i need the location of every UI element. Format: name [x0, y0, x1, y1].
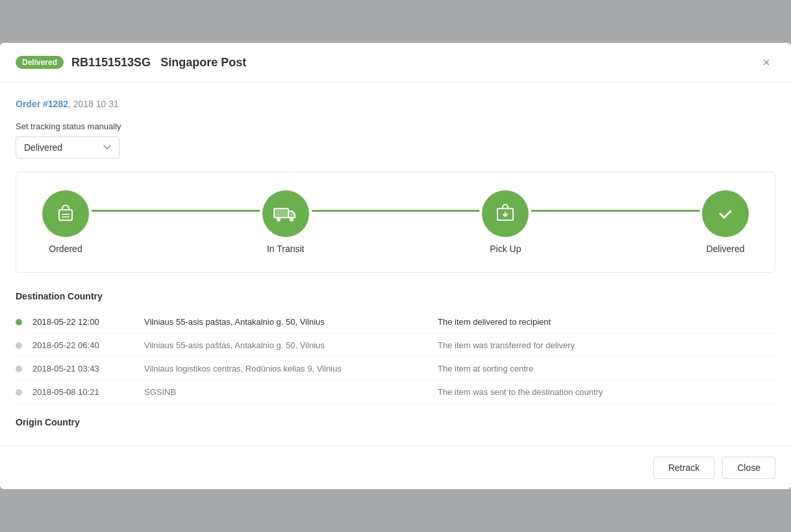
modal-overlay: Delivered RB1151513SG Singapore Post × O…: [0, 0, 791, 532]
modal-title: RB1151513SG Singapore Post: [71, 56, 246, 70]
event-dot-inactive: [16, 389, 22, 396]
event-description: The item was sent to the destination cou…: [438, 387, 775, 397]
step-ordered: Ordered: [42, 190, 89, 254]
step-intransit: In Transit: [262, 190, 309, 254]
modal-footer: Retrack Close: [0, 446, 791, 489]
step-pickup-label: Pick Up: [490, 244, 521, 254]
event-description: The item delivered to recipient: [438, 317, 775, 327]
svg-point-4: [277, 218, 281, 222]
line-1: [92, 210, 260, 212]
event-location: Vilniaus 55-asis paštas, Antakalnio g. 5…: [144, 317, 430, 327]
event-time: 2018-05-08 10:21: [32, 387, 136, 397]
retrack-button[interactable]: Retrack: [653, 457, 714, 479]
status-badge: Delivered: [16, 56, 64, 69]
event-dot-inactive: [16, 342, 22, 349]
ordered-icon: [42, 190, 89, 237]
line-2: [312, 210, 480, 212]
svg-rect-3: [274, 209, 288, 218]
event-dot-inactive: [16, 366, 22, 372]
event-time: 2018-05-22 12:00: [32, 317, 136, 327]
event-location: SGSINB: [144, 387, 430, 397]
modal-body: Order #1282, 2018 10 31 Set tracking sta…: [0, 82, 791, 446]
event-dot-active: [16, 319, 22, 325]
order-info: Order #1282, 2018 10 31: [16, 98, 775, 110]
tracking-status-section: Set tracking status manually Delivered O…: [16, 121, 775, 158]
step-intransit-label: In Transit: [267, 244, 305, 254]
event-time: 2018-05-21 03:43: [32, 364, 136, 374]
step-delivered: Delivered: [702, 190, 749, 254]
line-3: [531, 210, 699, 212]
order-link[interactable]: Order #1282: [16, 99, 68, 109]
order-date: , 2018 10 31: [68, 99, 119, 109]
destination-title: Destination Country: [16, 291, 775, 301]
step-pickup: Pick Up: [482, 190, 529, 254]
pickup-icon: [482, 190, 529, 237]
svg-rect-0: [59, 210, 72, 220]
tracking-modal: Delivered RB1151513SG Singapore Post × O…: [0, 43, 791, 489]
carrier-name: Singapore Post: [160, 56, 246, 69]
event-location: Vilniaus logistikos centras, Rodūnios ke…: [144, 364, 430, 374]
origin-section: Origin Country: [16, 417, 775, 427]
origin-title: Origin Country: [16, 417, 775, 427]
event-time: 2018-05-22 06:40: [32, 340, 136, 350]
delivered-icon: [702, 190, 749, 237]
svg-point-5: [290, 218, 294, 222]
event-row: 2018-05-22 06:40 Vilniaus 55-asis paštas…: [16, 334, 775, 357]
close-button[interactable]: Close: [722, 457, 775, 479]
tracking-events: 2018-05-22 12:00 Vilniaus 55-asis paštas…: [16, 310, 775, 404]
modal-header: Delivered RB1151513SG Singapore Post ×: [0, 43, 791, 82]
event-row: 2018-05-22 12:00 Vilniaus 55-asis paštas…: [16, 310, 775, 334]
event-description: The item was transferred for delivery: [438, 340, 775, 350]
progress-steps: Ordered In Transit: [42, 190, 749, 254]
event-row: 2018-05-21 03:43 Vilniaus logistikos cen…: [16, 357, 775, 381]
progress-tracker: Ordered In Transit: [16, 171, 775, 273]
step-delivered-label: Delivered: [706, 244, 744, 254]
intransit-icon: [262, 190, 309, 237]
close-icon[interactable]: ×: [757, 53, 775, 71]
destination-section: Destination Country 2018-05-22 12:00 Vil…: [16, 291, 775, 404]
event-description: The item at sorting centre: [438, 364, 775, 374]
set-status-label: Set tracking status manually: [16, 121, 775, 131]
tracking-number: RB1151513SG: [71, 56, 151, 69]
step-ordered-label: Ordered: [49, 244, 82, 254]
event-location: Vilniaus 55-asis paštas, Antakalnio g. 5…: [144, 340, 430, 350]
status-select[interactable]: Delivered Ordered In Transit Pick Up: [16, 136, 119, 158]
event-row: 2018-05-08 10:21 SGSINB The item was sen…: [16, 381, 775, 404]
